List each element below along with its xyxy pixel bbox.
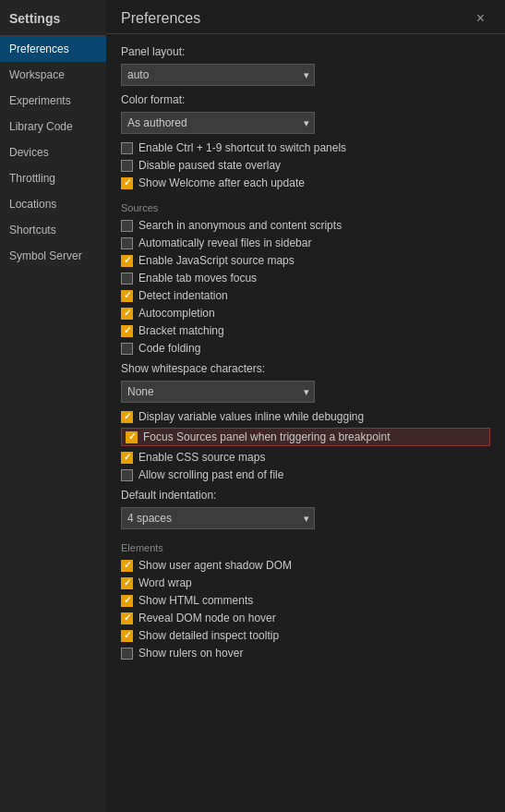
e4-checkbox[interactable] — [121, 612, 133, 624]
e6-label[interactable]: Show rulers on hover — [138, 647, 243, 660]
indentation-select-row: 2 spaces 4 spaces 8 spaces 1 tab — [121, 507, 490, 529]
sidebar-item-workspace[interactable]: Workspace — [0, 62, 106, 88]
s2-label[interactable]: Automatically reveal files in sidebar — [138, 236, 311, 249]
s9-row: Display variable values inline while deb… — [121, 410, 490, 423]
sidebar-item-library-code[interactable]: Library Code — [0, 114, 106, 139]
main-panel: Preferences × Panel layout: auto horizon… — [106, 0, 505, 812]
s3-label[interactable]: Enable JavaScript source maps — [138, 254, 295, 267]
s5-checkbox[interactable] — [121, 290, 133, 302]
sidebar-item-preferences[interactable]: Preferences — [0, 36, 106, 62]
cb1-label[interactable]: Enable Ctrl + 1-9 shortcut to switch pan… — [138, 141, 346, 154]
s8-label[interactable]: Code folding — [138, 342, 200, 355]
elements-section-label: Elements — [121, 542, 490, 553]
cb2-checkbox[interactable] — [121, 160, 133, 172]
s1-row: Search in anonymous and content scripts — [121, 219, 490, 232]
cb3-row: Show Welcome after each update — [121, 176, 490, 189]
sidebar-item-locations[interactable]: Locations — [0, 191, 106, 217]
e2-row: Word wrap — [121, 576, 490, 589]
e5-checkbox[interactable] — [121, 630, 133, 642]
s1-label[interactable]: Search in anonymous and content scripts — [138, 219, 342, 232]
cb2-label[interactable]: Disable paused state overlay — [138, 159, 281, 172]
color-format-label: Color format: — [121, 93, 490, 106]
e5-row: Show detailed inspect tooltip — [121, 629, 490, 642]
panel-layout-select-row: auto horizontal vertical — [121, 64, 490, 86]
s6-checkbox[interactable] — [121, 308, 133, 320]
page-title: Preferences — [121, 10, 200, 27]
s10-row-highlight: Focus Sources panel when triggering a br… — [121, 428, 490, 446]
s5-row: Detect indentation — [121, 289, 490, 302]
indentation-select-wrapper[interactable]: 2 spaces 4 spaces 8 spaces 1 tab — [121, 507, 315, 529]
s3-checkbox[interactable] — [121, 255, 133, 267]
sidebar-item-shortcuts[interactable]: Shortcuts — [0, 217, 106, 243]
s8-row: Code folding — [121, 342, 490, 355]
s10-label[interactable]: Focus Sources panel when triggering a br… — [143, 430, 391, 443]
cb2-row: Disable paused state overlay — [121, 159, 490, 172]
s11-label[interactable]: Enable CSS source maps — [138, 451, 265, 464]
s4-label[interactable]: Enable tab moves focus — [138, 272, 257, 285]
cb3-checkbox[interactable] — [121, 177, 133, 189]
e4-row: Reveal DOM node on hover — [121, 612, 490, 624]
main-header: Preferences × — [106, 0, 505, 34]
sidebar-title: Settings — [0, 0, 106, 36]
panel-layout-select-wrapper[interactable]: auto horizontal vertical — [121, 64, 315, 86]
s11-checkbox[interactable] — [121, 452, 133, 464]
s2-row: Automatically reveal files in sidebar — [121, 236, 490, 249]
e2-checkbox[interactable] — [121, 577, 133, 589]
s6-row: Autocompletion — [121, 307, 490, 320]
e2-label[interactable]: Word wrap — [138, 576, 192, 589]
whitespace-select-wrapper[interactable]: None All Trailing — [121, 381, 315, 403]
panel-layout-group: Panel layout: auto horizontal vertical — [121, 45, 490, 86]
close-button[interactable]: × — [471, 9, 490, 28]
s4-checkbox[interactable] — [121, 273, 133, 285]
s2-checkbox[interactable] — [121, 237, 133, 249]
e3-row: Show HTML comments — [121, 594, 490, 607]
e1-row: Show user agent shadow DOM — [121, 559, 490, 572]
s8-checkbox[interactable] — [121, 343, 133, 355]
whitespace-select[interactable]: None All Trailing — [121, 381, 315, 403]
panel-layout-label: Panel layout: — [121, 45, 490, 58]
sidebar: Settings Preferences Workspace Experimen… — [0, 0, 106, 812]
s12-label[interactable]: Allow scrolling past end of file — [138, 468, 283, 481]
s7-row: Bracket matching — [121, 324, 490, 337]
e4-label[interactable]: Reveal DOM node on hover — [138, 612, 276, 624]
whitespace-select-row: None All Trailing — [121, 381, 490, 403]
s5-label[interactable]: Detect indentation — [138, 289, 228, 302]
panel-layout-select[interactable]: auto horizontal vertical — [121, 64, 315, 86]
cb1-row: Enable Ctrl + 1-9 shortcut to switch pan… — [121, 141, 490, 154]
s7-label[interactable]: Bracket matching — [138, 324, 224, 337]
e1-label[interactable]: Show user agent shadow DOM — [138, 559, 292, 572]
s7-checkbox[interactable] — [121, 325, 133, 337]
indentation-select[interactable]: 2 spaces 4 spaces 8 spaces 1 tab — [121, 507, 315, 529]
s11-row: Enable CSS source maps — [121, 451, 490, 464]
s1-checkbox[interactable] — [121, 220, 133, 232]
color-format-select-wrapper[interactable]: As authored hex rgb hsl — [121, 112, 315, 134]
s3-row: Enable JavaScript source maps — [121, 254, 490, 267]
e3-label[interactable]: Show HTML comments — [138, 594, 253, 607]
content-area: Panel layout: auto horizontal vertical C… — [106, 34, 505, 812]
e3-checkbox[interactable] — [121, 595, 133, 607]
sources-section-label: Sources — [121, 202, 490, 213]
sidebar-item-experiments[interactable]: Experiments — [0, 88, 106, 114]
whitespace-label: Show whitespace characters: — [121, 362, 490, 375]
e1-checkbox[interactable] — [121, 560, 133, 572]
color-format-select-row: As authored hex rgb hsl — [121, 112, 490, 134]
e5-label[interactable]: Show detailed inspect tooltip — [138, 629, 279, 642]
color-format-select[interactable]: As authored hex rgb hsl — [121, 112, 315, 134]
indentation-label: Default indentation: — [121, 489, 490, 502]
s4-row: Enable tab moves focus — [121, 272, 490, 285]
s12-row: Allow scrolling past end of file — [121, 468, 490, 481]
s9-label[interactable]: Display variable values inline while deb… — [138, 410, 364, 423]
cb1-checkbox[interactable] — [121, 142, 133, 154]
s6-label[interactable]: Autocompletion — [138, 307, 215, 320]
cb3-label[interactable]: Show Welcome after each update — [138, 176, 305, 189]
sidebar-item-throttling[interactable]: Throttling — [0, 165, 106, 191]
e6-checkbox[interactable] — [121, 648, 133, 660]
s9-checkbox[interactable] — [121, 411, 133, 423]
s12-checkbox[interactable] — [121, 469, 133, 481]
sidebar-item-devices[interactable]: Devices — [0, 139, 106, 165]
sidebar-item-symbol-server[interactable]: Symbol Server — [0, 243, 106, 269]
s10-checkbox[interactable] — [126, 431, 138, 443]
e6-row: Show rulers on hover — [121, 647, 490, 660]
